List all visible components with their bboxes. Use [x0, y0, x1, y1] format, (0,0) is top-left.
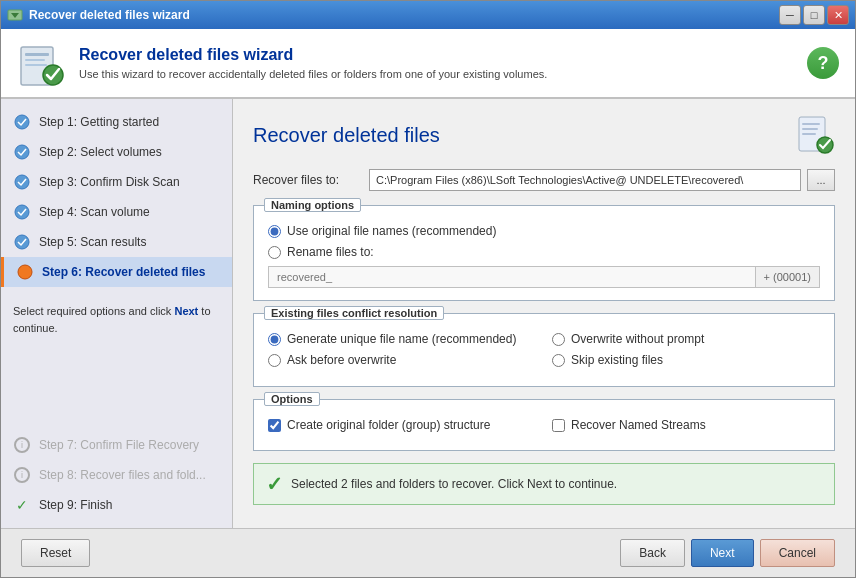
- page-title-text: Recover deleted files: [253, 124, 440, 147]
- option-check2[interactable]: [552, 419, 565, 432]
- header-area: Recover deleted files wizard Use this wi…: [1, 29, 855, 99]
- naming-options-title: Naming options: [264, 198, 361, 212]
- page-title-row: Recover deleted files: [253, 115, 835, 155]
- step6-label: Step 6: Recover deleted files: [42, 265, 205, 279]
- svg-point-8: [15, 145, 29, 159]
- cancel-button[interactable]: Cancel: [760, 539, 835, 567]
- naming-option1-row: Use original file names (recommended): [268, 224, 820, 238]
- sidebar-item-step6[interactable]: Step 6: Recover deleted files: [1, 257, 232, 287]
- help-button[interactable]: ?: [807, 47, 839, 79]
- rename-input[interactable]: [268, 266, 756, 288]
- back-button[interactable]: Back: [620, 539, 685, 567]
- naming-options-section: Naming options Use original file names (…: [253, 205, 835, 301]
- main-content: Step 1: Getting started Step 2: Select v…: [1, 99, 855, 528]
- conflict-option4-row: Skip existing files: [552, 353, 820, 367]
- footer: Reset Back Next Cancel: [1, 528, 855, 577]
- conflict-option3-row: Overwrite without prompt: [552, 332, 820, 346]
- status-bar: ✓ Selected 2 files and folders to recove…: [253, 463, 835, 505]
- step8-label: Step 8: Recover files and fold...: [39, 468, 206, 482]
- content-area: Recover deleted files Recover files to: …: [233, 99, 855, 528]
- title-bar-controls: ─ □ ✕: [779, 5, 849, 25]
- main-window: Recover deleted files wizard ─ □ ✕ Recov…: [0, 0, 856, 578]
- sidebar-item-step1[interactable]: Step 1: Getting started: [1, 107, 232, 137]
- conflict-option4-radio[interactable]: [552, 354, 565, 367]
- step5-label: Step 5: Scan results: [39, 235, 146, 249]
- step2-label: Step 2: Select volumes: [39, 145, 162, 159]
- sidebar-item-step3[interactable]: Step 3: Confirm Disk Scan: [1, 167, 232, 197]
- maximize-button[interactable]: □: [803, 5, 825, 25]
- close-button[interactable]: ✕: [827, 5, 849, 25]
- conflict-option3-radio[interactable]: [552, 333, 565, 346]
- header-text: Recover deleted files wizard Use this wi…: [79, 46, 547, 80]
- step2-icon: [13, 143, 31, 161]
- step3-label: Step 3: Confirm Disk Scan: [39, 175, 180, 189]
- rename-field-row: + (00001): [268, 266, 820, 288]
- sidebar-item-step4[interactable]: Step 4: Scan volume: [1, 197, 232, 227]
- naming-option1-label: Use original file names (recommended): [287, 224, 496, 238]
- step5-icon: [13, 233, 31, 251]
- option-check1[interactable]: [268, 419, 281, 432]
- header-subtitle: Use this wizard to recover accidentally …: [79, 68, 547, 80]
- status-check-icon: ✓: [266, 472, 283, 496]
- browse-button[interactable]: ...: [807, 169, 835, 191]
- sidebar-item-step7: i Step 7: Confirm File Recovery: [1, 430, 232, 460]
- conflict-option4-label: Skip existing files: [571, 353, 663, 367]
- svg-rect-4: [25, 59, 45, 61]
- page-title-icon: [795, 115, 835, 155]
- header-title: Recover deleted files wizard: [79, 46, 547, 64]
- svg-point-11: [15, 235, 29, 249]
- step1-label: Step 1: Getting started: [39, 115, 159, 129]
- conflict-option2-radio[interactable]: [268, 354, 281, 367]
- sidebar-hint: Select required options and click Next t…: [1, 287, 232, 344]
- option-check1-label: Create original folder (group) structure: [287, 418, 490, 432]
- step9-label: Step 9: Finish: [39, 498, 112, 512]
- svg-rect-5: [25, 64, 47, 66]
- reset-button[interactable]: Reset: [21, 539, 90, 567]
- recover-files-label: Recover files to:: [253, 173, 363, 187]
- sidebar-item-step9[interactable]: ✓ Step 9: Finish: [1, 490, 232, 520]
- recover-files-row: Recover files to: ...: [253, 169, 835, 191]
- option-check1-row: Create original folder (group) structure: [268, 418, 536, 432]
- conflict-option3-label: Overwrite without prompt: [571, 332, 704, 346]
- step4-label: Step 4: Scan volume: [39, 205, 150, 219]
- conflict-left: Generate unique file name (recommended) …: [268, 332, 536, 374]
- option-check2-label: Recover Named Streams: [571, 418, 706, 432]
- step6-icon: [16, 263, 34, 281]
- minimize-button[interactable]: ─: [779, 5, 801, 25]
- conflict-option1-row: Generate unique file name (recommended): [268, 332, 536, 346]
- conflict-resolution-section: Existing files conflict resolution Gener…: [253, 313, 835, 387]
- conflict-option1-radio[interactable]: [268, 333, 281, 346]
- step1-icon: [13, 113, 31, 131]
- title-bar-left: Recover deleted files wizard: [7, 7, 190, 23]
- options-title: Options: [264, 392, 320, 406]
- footer-left: Reset: [21, 539, 90, 567]
- options-section: Options Create original folder (group) s…: [253, 399, 835, 451]
- window-icon: [7, 7, 23, 23]
- naming-option1-radio[interactable]: [268, 225, 281, 238]
- title-bar: Recover deleted files wizard ─ □ ✕: [1, 1, 855, 29]
- window-title: Recover deleted files wizard: [29, 8, 190, 22]
- step4-icon: [13, 203, 31, 221]
- svg-point-10: [15, 205, 29, 219]
- svg-point-9: [15, 175, 29, 189]
- sidebar-item-step8: i Step 8: Recover files and fold...: [1, 460, 232, 490]
- naming-option2-row: Rename files to:: [268, 245, 820, 259]
- sidebar-item-step5[interactable]: Step 5: Scan results: [1, 227, 232, 257]
- naming-option2-label: Rename files to:: [287, 245, 374, 259]
- footer-right: Back Next Cancel: [620, 539, 835, 567]
- step7-label: Step 7: Confirm File Recovery: [39, 438, 199, 452]
- conflict-option1-label: Generate unique file name (recommended): [287, 332, 516, 346]
- header-icon: [17, 39, 65, 87]
- svg-rect-3: [25, 53, 49, 56]
- sidebar-item-step2[interactable]: Step 2: Select volumes: [1, 137, 232, 167]
- option-check2-row: Recover Named Streams: [552, 418, 820, 432]
- rename-suffix: + (00001): [756, 266, 820, 288]
- naming-option2-radio[interactable]: [268, 246, 281, 259]
- step3-icon: [13, 173, 31, 191]
- recover-files-input[interactable]: [369, 169, 801, 191]
- step8-icon: i: [13, 466, 31, 484]
- next-button[interactable]: Next: [691, 539, 754, 567]
- conflict-option2-row: Ask before overwrite: [268, 353, 536, 367]
- status-message: Selected 2 files and folders to recover.…: [291, 477, 617, 491]
- conflict-option2-label: Ask before overwrite: [287, 353, 396, 367]
